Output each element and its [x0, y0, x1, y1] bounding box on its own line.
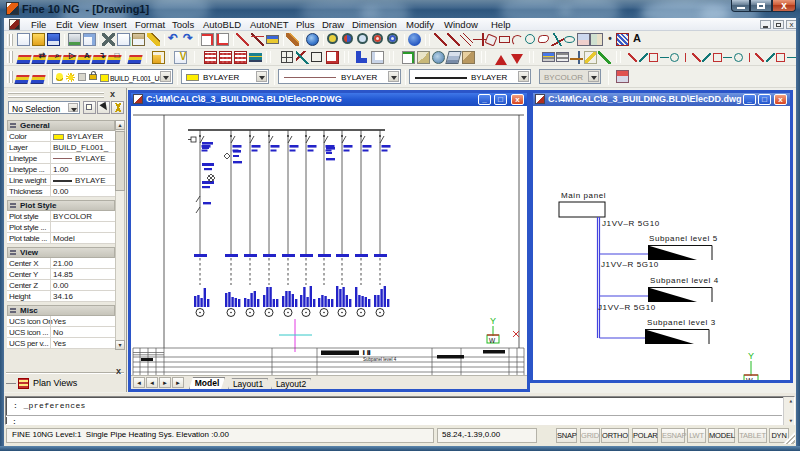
- svg-text:Subpanel level 4: Subpanel level 4: [650, 276, 719, 285]
- svg-text:W: W: [489, 337, 496, 344]
- svg-text:J1VV–R 5G10: J1VV–R 5G10: [601, 260, 659, 269]
- svg-text:Subpanel level 4: Subpanel level 4: [363, 357, 397, 362]
- svg-text:Subpanel level 3: Subpanel level 3: [647, 318, 716, 327]
- svg-text:W: W: [746, 377, 753, 380]
- svg-text:Subpanel level 5: Subpanel level 5: [649, 234, 718, 243]
- svg-text:Y: Y: [490, 316, 496, 326]
- svg-text:▌▐▌: ▌▐▌: [363, 350, 372, 356]
- svg-text:J1VV–R 5G10: J1VV–R 5G10: [598, 303, 656, 312]
- svg-text:Main panel: Main panel: [561, 191, 606, 200]
- svg-text:J1VV–R 5G10: J1VV–R 5G10: [602, 219, 660, 228]
- svg-text:Y: Y: [748, 351, 754, 361]
